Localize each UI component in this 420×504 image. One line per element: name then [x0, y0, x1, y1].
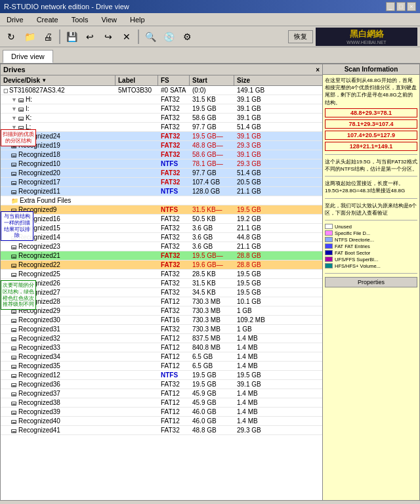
- table-row[interactable]: 🖴Recognized32 FAT12 837.5 MB 1.4 MB: [1, 334, 322, 343]
- td-device: 🖴Recognized35: [1, 362, 116, 370]
- td-size: 1.4 MB: [234, 362, 277, 370]
- table-row[interactable]: 🖴Recognized20 FAT32 97.7 GB 51.4 GB: [1, 169, 322, 178]
- scan-formula-3: 107.4+20.5=127.9: [325, 131, 417, 140]
- menu-tools[interactable]: Tools: [68, 14, 93, 25]
- restore-button[interactable]: 恢复: [288, 30, 313, 43]
- table-row[interactable]: ▼🖴L: FAT32 97.7 GB 51.4 GB: [1, 123, 322, 132]
- td-label: [116, 159, 158, 168]
- td-size: 29.3 GB: [234, 159, 277, 168]
- table-row[interactable]: 🖴Recognized21 FAT32 19.5 GB— 28.8 GB: [1, 251, 322, 261]
- table-body[interactable]: ◻ST3160827AS3.42 5MTO3B30 #0 SATA (0:0) …: [1, 86, 322, 500]
- refresh-button[interactable]: ↻: [3, 28, 20, 45]
- table-row[interactable]: 🖴Recognized9 NTFS 31.5 KB— 19.5 GB: [1, 205, 322, 215]
- table-row[interactable]: 🖴Recognized26 FAT32 31.5 KB 19.5 GB: [1, 279, 322, 288]
- td-fs: FAT12: [158, 362, 190, 370]
- table-row[interactable]: 🖴Recognized24 FAT32 19.5 GB— 39.1 GB: [1, 132, 322, 141]
- td-label: [116, 261, 158, 269]
- table-row[interactable]: 🖴Recognized12 NTFS 19.5 GB 19.5 GB: [1, 371, 322, 380]
- open-button[interactable]: 📁: [21, 28, 38, 45]
- menu-view[interactable]: View: [97, 14, 121, 25]
- table-row[interactable]: 🖴Recognized36 FAT32 19.5 GB 39.1 GB: [1, 380, 322, 389]
- td-device: 🖴Recognized30: [1, 316, 116, 324]
- td-device: 🖴Recognized38: [1, 398, 116, 407]
- td-size: 39.1 GB: [234, 380, 277, 388]
- td-device: 🖴Recognized23: [1, 242, 116, 251]
- td-label: [116, 178, 158, 186]
- table-row[interactable]: 🖴Recognized37 FAT12 45.9 GB 1.4 MB: [1, 389, 322, 398]
- td-label: [116, 123, 158, 131]
- table-row[interactable]: 🖴Recognized10 NTFS 78.1 GB— 29.3 GB: [1, 159, 322, 169]
- save-button[interactable]: 💾: [63, 28, 80, 45]
- toolbar: ↻ 📁 🖨 💾 ↩ ↪ ✕ 🔍 💿 ⚙ 恢复 黑白網絡 WWW.HEIBAI.N…: [0, 26, 420, 47]
- table-row[interactable]: 🖴Recognized18 FAT32 58.6 GB— 39.1 GB: [1, 150, 322, 159]
- table-row[interactable]: 🖴Recognized27 FAT32 34.5 KB 19.5 GB: [1, 288, 322, 297]
- table-row[interactable]: ▼🖴H: FAT32 31.5 KB 39.1 GB: [1, 95, 322, 104]
- table-row[interactable]: 🖴Recognized39 FAT12 46.0 GB 1.4 MB: [1, 408, 322, 417]
- td-device: ▼🖴I:: [1, 104, 116, 113]
- table-row[interactable]: 🖴Recognized29 FAT32 730.3 MB 1 GB: [1, 306, 322, 316]
- td-start: 3.6 GB: [190, 224, 234, 232]
- scan-text-2: 这个从头起始19.5G，与当前FAT32格式不同的NTFS结构，估计是第一个分区…: [325, 158, 417, 173]
- menu-create[interactable]: Create: [33, 14, 62, 25]
- menu-drive[interactable]: Drive: [3, 14, 28, 25]
- td-size: 29.3 GB: [234, 426, 277, 434]
- close-panel-button[interactable]: ×: [316, 66, 320, 74]
- td-label: [116, 334, 158, 343]
- cancel-button[interactable]: ✕: [118, 28, 135, 45]
- print-button[interactable]: 🖨: [39, 28, 56, 45]
- table-row[interactable]: 🖴Recognized30 FAT16 730.3 MB 109.2 MB: [1, 316, 322, 325]
- settings-button[interactable]: ⚙: [178, 28, 196, 45]
- td-fs: [158, 196, 190, 205]
- table-row[interactable]: 🖴Recognized11 NTFS 128.0 GB 21.1 GB: [1, 187, 322, 196]
- td-start: 730.3 MB: [190, 306, 234, 315]
- table-row-extra[interactable]: 📁Extra Found Files: [1, 196, 322, 205]
- table-row[interactable]: 🖴Recognized34 FAT12 6.5 GB 1.4 MB: [1, 352, 322, 362]
- table-row[interactable]: 🖴Recognized38 FAT12 45.9 GB 1.4 MB: [1, 398, 322, 408]
- td-device: 📁Extra Found Files: [1, 196, 116, 205]
- td-label: [116, 389, 158, 398]
- table-row[interactable]: 🖴Recognized23 FAT32 3.6 GB 21.1 GB: [1, 242, 322, 251]
- disk-button[interactable]: 💿: [160, 28, 177, 45]
- redo-button[interactable]: ↪: [100, 28, 117, 45]
- minimize-button[interactable]: _: [386, 2, 395, 11]
- td-start: 730.3 MB: [190, 325, 234, 333]
- td-fs: FAT32: [158, 114, 190, 122]
- main-content: 扫描到的优质的分区结构 与当前结构一样的扫描结果可以排除 次要可能的分区结构，绿…: [0, 64, 420, 501]
- scan-button[interactable]: 🔍: [142, 28, 159, 45]
- table-row[interactable]: ▼🖴K: FAT32 58.6 GB 39.1 GB: [1, 114, 322, 123]
- table-row[interactable]: 🖴Recognized22 FAT32 19.6 GB— 28.8 GB: [1, 261, 322, 270]
- td-label: [116, 251, 158, 260]
- table-row[interactable]: 🖴Recognized35 FAT12 6.5 GB 1.4 MB: [1, 362, 322, 371]
- properties-button[interactable]: Properties: [325, 277, 417, 287]
- table-row[interactable]: 🖴Recognized19 FAT32 48.8 GB— 29.3 GB: [1, 141, 322, 150]
- table-row[interactable]: 🖴Recognized16 FAT32 50.5 KB 19.2 GB: [1, 215, 322, 224]
- table-row[interactable]: 🖴Recognized40 FAT12 46.0 GB 1.4 MB: [1, 417, 322, 426]
- maximize-button[interactable]: □: [396, 2, 406, 11]
- close-button[interactable]: ×: [407, 2, 416, 11]
- table-row[interactable]: 🖴Recognized28 FAT12 730.3 MB 10.1 GB: [1, 297, 322, 306]
- td-device: 🖴Recognized32: [1, 334, 116, 343]
- table-row[interactable]: ◻ST3160827AS3.42 5MTO3B30 #0 SATA (0:0) …: [1, 86, 322, 95]
- col-label: Label: [116, 75, 158, 85]
- td-device: 🖴Recognized10: [1, 159, 116, 168]
- td-start: 97.7 GB: [190, 169, 234, 177]
- undo-button[interactable]: ↩: [81, 28, 98, 45]
- table-row[interactable]: 🖴Recognized14 FAT32 3.6 GB 44.8 GB: [1, 233, 322, 242]
- td-label: [116, 95, 158, 104]
- td-device: 🖴Recognized22: [1, 261, 116, 269]
- td-device: 🖴Recognized26: [1, 279, 116, 287]
- table-row[interactable]: 🖴Recognized33 FAT12 840.8 MB 1.4 MB: [1, 343, 322, 352]
- tab-drive-view[interactable]: Drive view: [3, 50, 53, 63]
- table-row[interactable]: 🖴Recognized41 FAT32 48.8 GB 29.3 GB: [1, 426, 322, 435]
- td-start: 78.1 GB—: [190, 159, 234, 168]
- table-row[interactable]: 🖴Recognized25 FAT32 28.5 KB 19.5 GB: [1, 270, 322, 279]
- td-size: 1 GB: [234, 325, 277, 333]
- td-label: [116, 371, 158, 379]
- menu-help[interactable]: Help: [126, 14, 149, 25]
- table-row[interactable]: 🖴Recognized15 FAT32 3.6 GB 21.1 GB: [1, 224, 322, 233]
- table-row[interactable]: ▼🖴I: FAT32 19.5 GB 39.1 GB: [1, 104, 322, 114]
- td-device: 🖴Recognized21: [1, 251, 116, 260]
- table-row[interactable]: 🖴Recognized31 FAT32 730.3 MB 1 GB: [1, 325, 322, 334]
- td-device: 🖴Recognized14: [1, 233, 116, 242]
- table-row[interactable]: 🖴Recognized17 FAT32 107.4 GB 20.5 GB: [1, 178, 322, 187]
